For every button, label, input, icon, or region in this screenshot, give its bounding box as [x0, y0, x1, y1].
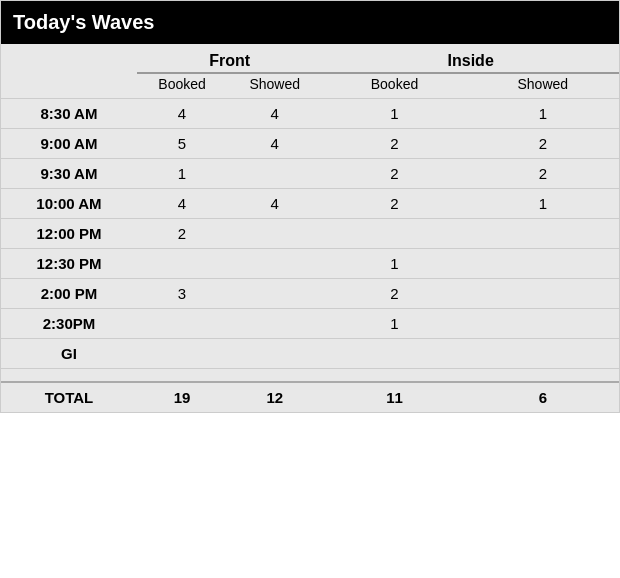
table-row: 2:30PM1 — [1, 309, 619, 339]
total-label: TOTAL — [1, 382, 137, 412]
total-row: TOTAL 19 12 11 6 — [1, 382, 619, 412]
time-cell: 10:00 AM — [1, 189, 137, 219]
front-booked-cell — [137, 249, 227, 279]
total-front-showed: 12 — [227, 382, 322, 412]
table-row: 8:30 AM4411 — [1, 99, 619, 129]
spacer-row — [1, 369, 619, 383]
table-row: 12:00 PM2 — [1, 219, 619, 249]
inside-showed-cell: 1 — [467, 99, 619, 129]
inside-booked-cell — [322, 219, 466, 249]
inside-group-header: Inside — [322, 44, 619, 73]
inside-showed-cell: 2 — [467, 129, 619, 159]
table-row: 10:00 AM4421 — [1, 189, 619, 219]
front-group-header: Front — [137, 44, 322, 73]
inside-booked-cell: 1 — [322, 309, 466, 339]
time-cell: 8:30 AM — [1, 99, 137, 129]
inside-showed-cell: 1 — [467, 189, 619, 219]
front-showed-cell — [227, 159, 322, 189]
inside-booked-cell: 1 — [322, 249, 466, 279]
inside-showed-cell — [467, 309, 619, 339]
main-container: Today's Waves Front Inside Booked Showed… — [0, 0, 620, 413]
front-booked-cell — [137, 339, 227, 369]
front-showed-header: Showed — [227, 73, 322, 99]
front-showed-cell — [227, 309, 322, 339]
inside-booked-cell: 2 — [322, 129, 466, 159]
empty-header — [1, 44, 137, 73]
front-showed-cell — [227, 279, 322, 309]
table-title: Today's Waves — [1, 1, 619, 44]
front-booked-cell: 4 — [137, 189, 227, 219]
inside-booked-cell: 2 — [322, 279, 466, 309]
inside-showed-cell — [467, 219, 619, 249]
table-body: 8:30 AM44119:00 AM54229:30 AM12210:00 AM… — [1, 99, 619, 413]
inside-booked-header: Booked — [322, 73, 466, 99]
group-header-row: Front Inside — [1, 44, 619, 73]
table-row: 12:30 PM1 — [1, 249, 619, 279]
time-cell: 12:00 PM — [1, 219, 137, 249]
inside-booked-cell: 1 — [322, 99, 466, 129]
front-showed-cell: 4 — [227, 189, 322, 219]
time-cell: GI — [1, 339, 137, 369]
inside-showed-header: Showed — [467, 73, 619, 99]
front-booked-header: Booked — [137, 73, 227, 99]
time-cell: 9:30 AM — [1, 159, 137, 189]
front-showed-cell — [227, 219, 322, 249]
front-booked-cell — [137, 309, 227, 339]
total-front-booked: 19 — [137, 382, 227, 412]
time-cell: 9:00 AM — [1, 129, 137, 159]
inside-booked-cell — [322, 339, 466, 369]
total-inside-showed: 6 — [467, 382, 619, 412]
front-booked-cell: 2 — [137, 219, 227, 249]
table-row: 9:30 AM122 — [1, 159, 619, 189]
inside-showed-cell — [467, 279, 619, 309]
inside-booked-cell: 2 — [322, 159, 466, 189]
front-showed-cell — [227, 339, 322, 369]
time-cell: 2:30PM — [1, 309, 137, 339]
inside-booked-cell: 2 — [322, 189, 466, 219]
total-inside-booked: 11 — [322, 382, 466, 412]
time-cell: 12:30 PM — [1, 249, 137, 279]
front-booked-cell: 3 — [137, 279, 227, 309]
front-booked-cell: 5 — [137, 129, 227, 159]
time-col-header — [1, 73, 137, 99]
front-showed-cell — [227, 249, 322, 279]
table-row: 9:00 AM5422 — [1, 129, 619, 159]
table-row: GI — [1, 339, 619, 369]
front-booked-cell: 1 — [137, 159, 227, 189]
time-cell: 2:00 PM — [1, 279, 137, 309]
inside-showed-cell: 2 — [467, 159, 619, 189]
table-row: 2:00 PM32 — [1, 279, 619, 309]
front-showed-cell: 4 — [227, 99, 322, 129]
front-showed-cell: 4 — [227, 129, 322, 159]
inside-showed-cell — [467, 249, 619, 279]
waves-table: Front Inside Booked Showed Booked Showed… — [1, 44, 619, 412]
front-booked-cell: 4 — [137, 99, 227, 129]
sub-header-row: Booked Showed Booked Showed — [1, 73, 619, 99]
inside-showed-cell — [467, 339, 619, 369]
